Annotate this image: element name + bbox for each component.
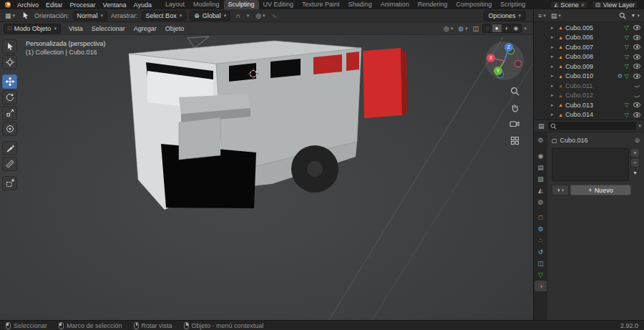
tab-scene-icon[interactable]: ◭ bbox=[535, 185, 547, 195]
tab-world-icon[interactable]: ◍ bbox=[535, 196, 547, 207]
shading-rendered-button[interactable]: ◉ bbox=[511, 24, 522, 32]
slot-specials-button[interactable]: ▾ bbox=[630, 168, 640, 178]
expand-arrow-icon[interactable]: ▸ bbox=[551, 112, 556, 117]
expand-arrow-icon[interactable]: ▸ bbox=[551, 73, 556, 79]
navigation-gizmo[interactable]: Z X Y bbox=[484, 41, 525, 82]
orientation-dropdown[interactable]: Normal ▾ bbox=[73, 11, 108, 21]
outliner-row[interactable]: ▸ ▲ Cubo.012 bbox=[534, 91, 644, 101]
tab-layout[interactable]: Layout bbox=[161, 0, 189, 9]
outliner-row[interactable]: ▸ ▲ Cubo.007 ▽ bbox=[534, 42, 644, 52]
snap-settings-dropdown[interactable]: ▾ bbox=[245, 11, 251, 21]
expand-arrow-icon[interactable]: ▸ bbox=[551, 25, 556, 31]
zoom-icon[interactable] bbox=[509, 85, 520, 97]
blender-logo-icon[interactable] bbox=[3, 1, 12, 9]
camera-view-icon[interactable] bbox=[509, 118, 520, 130]
tab-animation[interactable]: Animation bbox=[376, 0, 414, 9]
add-slot-button[interactable]: + bbox=[630, 148, 640, 157]
new-material-button[interactable]: + Nuevo bbox=[570, 185, 631, 195]
filter-funnel-button[interactable]: ▼ ▾ bbox=[630, 11, 641, 21]
material-slot-list[interactable] bbox=[552, 148, 629, 181]
tab-modifiers-icon[interactable]: ⚙ bbox=[535, 223, 547, 234]
menu-procesar[interactable]: Procesar bbox=[67, 1, 99, 9]
options-dropdown[interactable]: Opciones ▾ bbox=[484, 11, 525, 21]
active-tool-icon[interactable] bbox=[20, 11, 31, 21]
add-cube-tool[interactable] bbox=[2, 176, 17, 190]
visibility-eye-icon[interactable] bbox=[633, 54, 640, 59]
menu-archivo[interactable]: Archivo bbox=[14, 1, 42, 9]
outliner-row[interactable]: ▸ ▲ Cubo.010 ⚙ ▽ bbox=[534, 72, 644, 82]
overlays-toggle[interactable]: ◍ ▾ bbox=[457, 24, 469, 34]
transform-orientation-dropdown[interactable]: ⊕ Global ▾ bbox=[190, 11, 230, 21]
tab-shading[interactable]: Shading bbox=[344, 0, 376, 9]
expand-arrow-icon[interactable]: ▸ bbox=[551, 83, 556, 89]
expand-arrow-icon[interactable]: ▸ bbox=[551, 44, 556, 50]
tab-compositing[interactable]: Compositing bbox=[452, 0, 496, 9]
outliner-row[interactable]: ▸ ▲ Cubo.009 ▽ bbox=[534, 62, 644, 72]
object-name[interactable]: Cubo.007 bbox=[565, 44, 623, 51]
select-box-tool[interactable] bbox=[2, 39, 17, 54]
pin-icon[interactable]: ⊚ bbox=[634, 137, 640, 144]
truck-model[interactable] bbox=[129, 41, 408, 210]
object-name[interactable]: Cubo.008 bbox=[565, 53, 623, 60]
remove-slot-button[interactable]: − bbox=[630, 158, 640, 168]
shading-material-button[interactable]: ◑ bbox=[502, 24, 511, 32]
object-name[interactable]: Cubo.011 bbox=[565, 82, 629, 89]
tab-output-icon[interactable]: ▤ bbox=[535, 162, 547, 173]
outliner-row[interactable]: ▸ ▲ Cubo.006 ▽ bbox=[534, 33, 644, 43]
object-name[interactable]: Cubo.014 bbox=[565, 111, 623, 118]
outliner-display-mode[interactable]: ▤ ▾ bbox=[550, 11, 562, 21]
outliner-row[interactable]: ▸ ▲ Cubo.014 ▽ bbox=[534, 110, 644, 120]
measure-tool[interactable] bbox=[2, 157, 17, 171]
visibility-eye-icon[interactable] bbox=[633, 102, 640, 107]
tab-object-icon[interactable]: □ bbox=[535, 212, 547, 223]
expand-arrow-icon[interactable]: ▸ bbox=[551, 34, 556, 40]
object-name[interactable]: Cubo.009 bbox=[565, 63, 623, 70]
menu-ventana[interactable]: Ventana bbox=[99, 1, 130, 9]
outliner-row[interactable]: ▸ ▲ Cubo.011 bbox=[534, 81, 644, 91]
ortho-grid-icon[interactable] bbox=[509, 135, 520, 146]
chevron-down-icon[interactable]: ▾ bbox=[638, 123, 641, 129]
rotate-tool[interactable] bbox=[2, 90, 17, 105]
object-name[interactable]: Cubo.010 bbox=[565, 72, 615, 79]
red-door[interactable] bbox=[363, 48, 408, 118]
menu-seleccionar[interactable]: Seleccionar bbox=[88, 25, 129, 32]
properties-editor-type-button[interactable]: ▤ bbox=[537, 121, 546, 131]
outliner-editor-type-button[interactable]: ≡ ▾ bbox=[537, 11, 547, 21]
scene-canvas[interactable] bbox=[0, 35, 533, 320]
tab-view-layer-icon[interactable]: ▧ bbox=[535, 173, 547, 184]
move-tool[interactable] bbox=[2, 74, 17, 89]
visibility-eye-icon[interactable] bbox=[633, 64, 640, 69]
tab-rendering[interactable]: Rendering bbox=[414, 0, 452, 9]
outliner-search-button[interactable] bbox=[618, 11, 628, 21]
expand-arrow-icon[interactable]: ▸ bbox=[551, 92, 556, 98]
menu-ayuda[interactable]: Ayuda bbox=[130, 1, 155, 9]
tab-render-icon[interactable]: ◉ bbox=[535, 150, 547, 161]
mode-dropdown[interactable]: □ Modo Objeto ▾ bbox=[4, 24, 61, 34]
falloff-dropdown[interactable]: ∿ bbox=[270, 11, 279, 21]
tab-sculpting[interactable]: Sculpting bbox=[224, 0, 259, 9]
object-name[interactable]: Cubo.006 bbox=[565, 34, 623, 41]
visibility-eye-icon[interactable] bbox=[633, 44, 640, 49]
menu-objeto[interactable]: Objeto bbox=[162, 25, 188, 32]
visibility-eye-icon[interactable] bbox=[633, 74, 640, 79]
object-name[interactable]: Cubo.013 bbox=[565, 102, 623, 109]
object-name[interactable]: Cubo.005 bbox=[565, 24, 623, 31]
tab-constraints-icon[interactable]: ◫ bbox=[535, 258, 547, 268]
expand-arrow-icon[interactable]: ▸ bbox=[551, 64, 556, 69]
outliner-row[interactable]: ▸ ▲ Cubo.008 ▽ bbox=[534, 52, 644, 62]
shading-dropdown-icon[interactable]: ▾ bbox=[524, 26, 527, 31]
menu-agregar[interactable]: Agregar bbox=[130, 25, 160, 32]
tab-particles-icon[interactable]: ∴ bbox=[535, 235, 547, 246]
expand-arrow-icon[interactable]: ▸ bbox=[551, 54, 556, 59]
transform-tool[interactable] bbox=[2, 122, 17, 136]
viewport-3d[interactable]: Personalizada (perspectiva) (1) Collecti… bbox=[0, 35, 533, 320]
xray-toggle[interactable]: ◫ bbox=[472, 24, 481, 34]
drag-dropdown[interactable]: Select Box ▾ bbox=[142, 11, 187, 21]
pan-hand-icon[interactable] bbox=[509, 102, 520, 113]
outliner-row[interactable]: ▸ ▲ Cubo.013 ▽ bbox=[534, 100, 644, 110]
tab-texture-paint[interactable]: Texture Paint bbox=[298, 0, 344, 9]
axis-neg-x-handle[interactable] bbox=[514, 60, 521, 67]
shading-wireframe-button[interactable]: ◌ bbox=[483, 24, 492, 32]
shading-solid-button[interactable]: ● bbox=[492, 24, 502, 32]
visibility-eye-icon[interactable] bbox=[633, 25, 640, 30]
